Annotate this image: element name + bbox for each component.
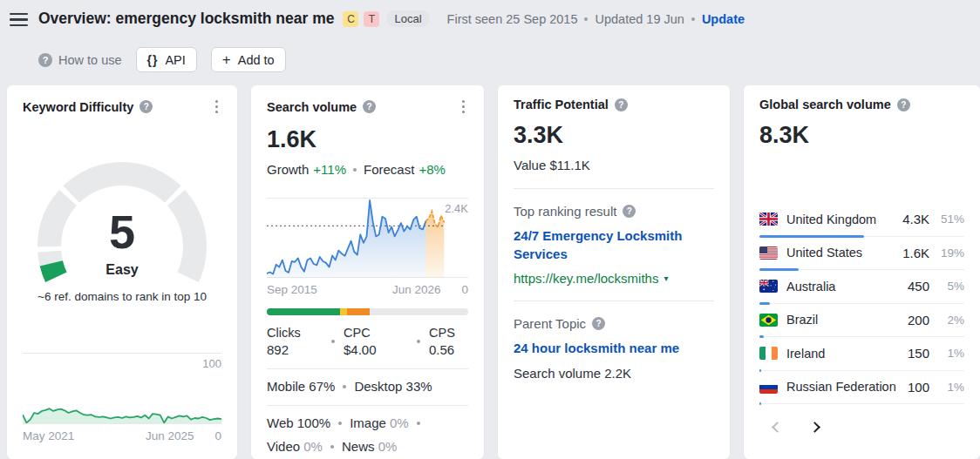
x-axis-labels: Sep 2015 Jun 2026 0 bbox=[267, 283, 468, 296]
clicks-breakdown-bar bbox=[267, 308, 468, 315]
help-icon[interactable]: ? bbox=[615, 98, 628, 111]
kd-difficulty-label: Easy bbox=[23, 262, 221, 278]
kd-gauge: 5 Easy bbox=[23, 142, 221, 287]
cpc-value: $4.00 bbox=[344, 342, 408, 357]
dot-separator bbox=[343, 385, 346, 388]
help-icon[interactable]: ? bbox=[363, 100, 376, 113]
chart-top-gridline bbox=[23, 353, 221, 354]
organic-and-paid-clicks-segment bbox=[340, 308, 347, 315]
parent-topic-link[interactable]: 24 hour locksmith near me bbox=[514, 339, 695, 357]
country-flag-icon bbox=[759, 347, 778, 360]
mobile-label: Mobile bbox=[267, 379, 305, 394]
toolbar: ? How to use {} API + Add to bbox=[38, 47, 286, 72]
keyword-difficulty-card: Keyword Difficulty ? 5 Easy ~6 ref. doma… bbox=[7, 85, 237, 459]
add-to-button[interactable]: + Add to bbox=[211, 47, 286, 72]
news-label: News bbox=[342, 439, 375, 454]
cps-label: CPS bbox=[429, 326, 455, 340]
update-link[interactable]: Update bbox=[702, 12, 745, 26]
api-button-label: API bbox=[165, 53, 185, 67]
next-page-button[interactable] bbox=[809, 422, 820, 433]
kd-history-chart: 100 May 2021 Jun 2025 0 bbox=[23, 353, 221, 442]
hamburger-menu-icon[interactable] bbox=[10, 13, 28, 26]
parent-topic-volume: Search volume 2.2K bbox=[514, 366, 714, 381]
country-flag-icon bbox=[759, 381, 778, 394]
kebab-menu-icon[interactable] bbox=[212, 98, 221, 116]
divider bbox=[514, 300, 714, 301]
intent-badge-transactional: T bbox=[364, 11, 379, 27]
web-label: Web bbox=[267, 415, 294, 430]
mobile-share: Mobile 67% bbox=[267, 379, 335, 394]
video-value: 0% bbox=[303, 439, 323, 454]
country-share: 1% bbox=[929, 347, 964, 360]
country-flag-icon bbox=[759, 213, 778, 226]
search-type-row: Web 100% Image 0% Video 0% News 0% bbox=[267, 415, 468, 454]
country-name: Russian Federation bbox=[786, 380, 908, 394]
dot-separator bbox=[331, 340, 335, 343]
search-volume-chart: 2.4K bbox=[267, 198, 468, 278]
divider bbox=[514, 188, 714, 189]
clicks-metric: Clicks 892 bbox=[267, 326, 323, 357]
country-volume-bar bbox=[759, 369, 761, 372]
dot-separator bbox=[330, 445, 334, 449]
top-ranking-result-label: Top ranking result bbox=[514, 204, 616, 219]
growth-value: +11% bbox=[313, 162, 346, 177]
country-share: 1% bbox=[929, 381, 964, 394]
country-volume: 100 bbox=[908, 380, 929, 395]
top-ranking-result-link[interactable]: 24/7 Emergency Locksmith Services bbox=[514, 226, 695, 263]
image-value: 0% bbox=[390, 415, 409, 430]
help-icon[interactable]: ? bbox=[592, 317, 605, 330]
country-volume-bar bbox=[759, 268, 799, 271]
clicks-label: Clicks bbox=[267, 326, 323, 340]
news-value: 0% bbox=[378, 439, 398, 454]
image-label: Image bbox=[350, 415, 386, 430]
country-flag-icon bbox=[759, 246, 778, 260]
country-row: United Kingdom 4.3K 51% bbox=[759, 203, 964, 237]
search-volume-value: 1.6K bbox=[267, 126, 468, 153]
previous-page-button[interactable] bbox=[772, 422, 783, 433]
clicks-metrics-row: Clicks 892 CPC $4.00 CPS 0.56 bbox=[267, 326, 468, 357]
api-button[interactable]: {} API bbox=[136, 47, 197, 72]
forecast-value: +8% bbox=[419, 162, 445, 177]
y-axis-min-label: 0 bbox=[214, 429, 221, 442]
card-title: Keyword Difficulty bbox=[23, 100, 133, 114]
help-icon[interactable]: ? bbox=[140, 100, 153, 113]
country-share: 51% bbox=[929, 213, 964, 226]
dot-separator bbox=[338, 422, 342, 425]
country-volume: 1.6K bbox=[902, 246, 929, 260]
country-flag-icon bbox=[759, 280, 778, 293]
country-name: Australia bbox=[786, 280, 908, 294]
news-share: News 0% bbox=[342, 439, 397, 454]
kd-history-sparkline bbox=[23, 377, 221, 424]
x-axis-start-label: May 2021 bbox=[23, 429, 74, 442]
video-label: Video bbox=[267, 439, 300, 454]
country-row: Australia 450 5% bbox=[759, 270, 964, 304]
country-volume: 200 bbox=[908, 313, 929, 327]
country-name: Ireland bbox=[786, 347, 908, 361]
keyword-meta: First seen 25 Sep 2015 Updated 19 Jun Up… bbox=[447, 12, 745, 26]
y-axis-min-label: 0 bbox=[461, 283, 468, 296]
country-volume: 4.3K bbox=[902, 212, 929, 226]
organic-clicks-segment bbox=[267, 308, 340, 315]
help-icon[interactable]: ? bbox=[623, 205, 636, 218]
page-title: Overview: emergency locksmith near me bbox=[38, 10, 334, 28]
country-volume-bar bbox=[759, 402, 761, 405]
how-to-use-link[interactable]: ? How to use bbox=[38, 53, 122, 67]
country-volume-bar bbox=[759, 335, 764, 338]
traffic-potential-card: Traffic Potential ? 3.3K Value $11.1K To… bbox=[498, 85, 730, 459]
updated-text: Updated 19 Jun bbox=[595, 12, 684, 26]
kd-value: 5 bbox=[23, 208, 221, 255]
dot-separator bbox=[584, 17, 588, 21]
dot-separator bbox=[417, 422, 420, 425]
kebab-menu-icon[interactable] bbox=[459, 98, 468, 116]
cpc-metric: CPC $4.00 bbox=[344, 326, 408, 357]
country-flag-icon bbox=[759, 314, 778, 327]
help-icon[interactable]: ? bbox=[897, 98, 910, 111]
title-row: Overview: emergency locksmith near me C … bbox=[38, 10, 745, 28]
mobile-value: 67% bbox=[309, 379, 335, 394]
dot-separator bbox=[353, 168, 357, 172]
top-ranking-result-url[interactable]: https://key.me/locksmiths ▾ bbox=[514, 271, 714, 286]
x-axis-end-label: Jun 2026 bbox=[392, 283, 441, 296]
country-name: Brazil bbox=[786, 313, 908, 327]
country-volume-bar bbox=[759, 302, 770, 305]
clicks-value: 892 bbox=[267, 342, 323, 357]
